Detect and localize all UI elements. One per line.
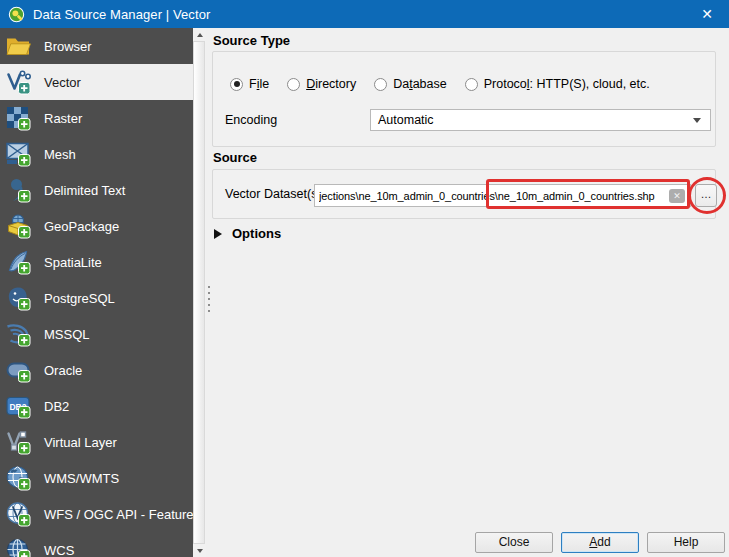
sidebar-item-wfs[interactable]: WFS / OGC API - Features	[0, 496, 193, 532]
options-label: Options	[232, 226, 281, 241]
clear-input-icon[interactable]: ✕	[669, 189, 685, 203]
globe-grid-icon	[5, 537, 31, 557]
sidebar-item-geopackage[interactable]: GeoPackage	[0, 208, 193, 244]
radio-directory[interactable]: Directory	[287, 77, 356, 91]
sidebar-item-delimited-text[interactable]: Delimited Text	[0, 172, 193, 208]
sidebar-item-label: SpatiaLite	[44, 255, 102, 270]
sidebar-item-browser[interactable]: Browser	[0, 28, 193, 64]
source-type-title: Source Type	[213, 33, 290, 48]
raster-grid-icon	[5, 105, 31, 131]
globe-wireframe-icon	[5, 501, 31, 527]
browse-button[interactable]: …	[695, 184, 717, 207]
source-group: Vector Dataset(s) jections\ne_10m_admin_…	[212, 169, 716, 219]
sidebar-item-label: WMS/WMTS	[44, 471, 119, 486]
sidebar-item-mesh[interactable]: Mesh	[0, 136, 193, 172]
vector-dataset-input[interactable]: jections\ne_10m_admin_0_countries\ne_10m…	[314, 184, 691, 207]
add-button[interactable]: Add	[561, 532, 639, 553]
sidebar-scrollbar[interactable]	[193, 28, 206, 557]
radio-unselected-icon	[287, 78, 300, 91]
sidebar-item-label: WFS / OGC API - Features	[44, 507, 193, 522]
qgis-logo-icon	[8, 6, 25, 23]
sidebar-item-label: Oracle	[44, 363, 82, 378]
virtual-layer-icon	[5, 429, 31, 455]
sidebar-item-oracle[interactable]: Oracle	[0, 352, 193, 388]
close-window-icon[interactable]: ✕	[691, 0, 723, 28]
sidebar-item-label: MSSQL	[44, 327, 90, 342]
source-type-group: File Directory Database Protocol: HTTP(S…	[212, 51, 716, 147]
folder-icon	[5, 33, 31, 59]
sidebar-item-label: Browser	[44, 39, 92, 54]
source-type-radios: File Directory Database Protocol: HTTP(S…	[230, 77, 668, 91]
sidebar-item-spatialite[interactable]: SpatiaLite	[0, 244, 193, 280]
title-bar: Data Source Manager | Vector ✕	[0, 0, 729, 28]
sidebar-item-mssql[interactable]: MSSQL	[0, 316, 193, 352]
encoding-label: Encoding	[225, 113, 277, 127]
vector-dataset-path: jections\ne_10m_admin_0_countries\ne_10m…	[319, 190, 666, 202]
comma-icon	[5, 177, 31, 203]
sidebar-item-db2[interactable]: DB2 DB2	[0, 388, 193, 424]
sidebar-item-label: DB2	[44, 399, 69, 414]
options-expand-icon	[214, 229, 222, 239]
radio-database[interactable]: Database	[374, 77, 447, 91]
close-button[interactable]: Close	[475, 532, 553, 553]
sidebar-item-label: Virtual Layer	[44, 435, 117, 450]
help-button[interactable]: Help	[647, 532, 725, 553]
mesh-icon	[5, 141, 31, 167]
window-title: Data Source Manager | Vector	[33, 7, 210, 22]
feather-icon	[5, 249, 31, 275]
radio-protocol[interactable]: Protocol: HTTP(S), cloud, etc.	[465, 77, 650, 91]
radio-selected-icon	[230, 78, 243, 91]
scroll-up-icon[interactable]	[193, 28, 206, 41]
sidebar-item-label: Raster	[44, 111, 82, 126]
scrollbar-thumb[interactable]	[193, 41, 205, 544]
vector-layer-icon	[5, 69, 31, 95]
sidebar-item-label: WCS	[44, 543, 74, 557]
sidebar-item-wcs[interactable]: WCS	[0, 532, 193, 557]
geopackage-box-icon	[5, 213, 31, 239]
sidebar-item-label: Mesh	[44, 147, 76, 162]
sidebar-item-virtual-layer[interactable]: Virtual Layer	[0, 424, 193, 460]
sidebar-item-label: PostgreSQL	[44, 291, 115, 306]
radio-file[interactable]: File	[230, 77, 269, 91]
scroll-down-icon[interactable]	[193, 544, 206, 557]
sidebar-item-raster[interactable]: Raster	[0, 100, 193, 136]
database-pill-icon	[5, 357, 31, 383]
elephant-icon	[5, 285, 31, 311]
sidebar-item-label: GeoPackage	[44, 219, 119, 234]
sidebar-item-wms-wmts[interactable]: WMS/WMTS	[0, 460, 193, 496]
radio-unselected-icon	[374, 78, 387, 91]
dropdown-arrow-icon	[693, 118, 701, 123]
sidebar-item-vector[interactable]: Vector	[0, 64, 193, 100]
sidebar-item-label: Delimited Text	[44, 183, 125, 198]
source-title: Source	[213, 150, 257, 165]
globe-icon	[5, 465, 31, 491]
vector-dataset-label: Vector Dataset(s)	[225, 170, 322, 218]
options-toggle[interactable]: Options	[214, 226, 281, 241]
encoding-value: Automatic	[378, 113, 693, 127]
shell-icon	[5, 321, 31, 347]
splitter-handle[interactable]	[207, 284, 211, 312]
db2-icon: DB2	[5, 393, 31, 419]
radio-unselected-icon	[465, 78, 478, 91]
sidebar-item-postgresql[interactable]: PostgreSQL	[0, 280, 193, 316]
encoding-select[interactable]: Automatic	[370, 109, 711, 131]
source-type-sidebar: Browser Vector Raster	[0, 28, 193, 557]
sidebar-item-label: Vector	[44, 75, 81, 90]
